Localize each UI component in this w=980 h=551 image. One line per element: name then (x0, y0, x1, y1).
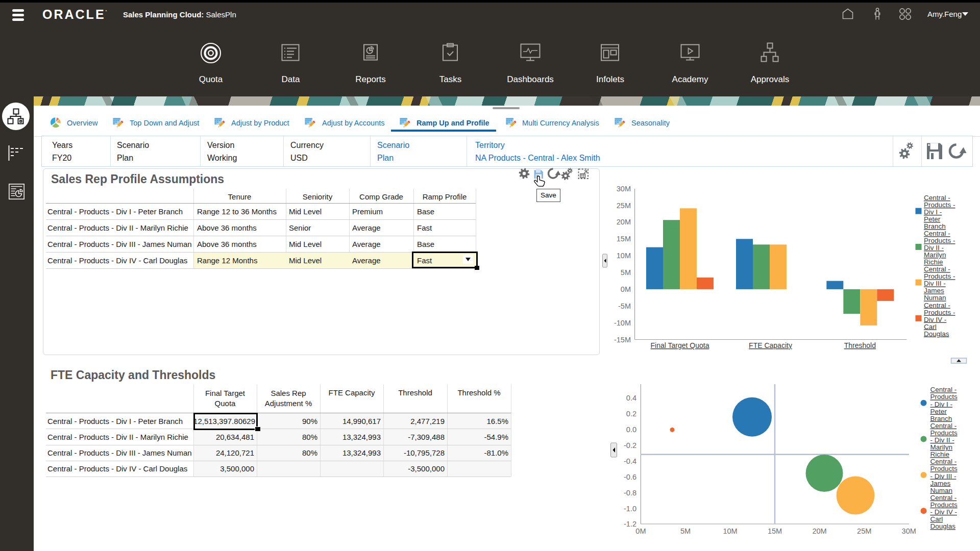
svg-text:-5M: -5M (618, 302, 631, 310)
svg-text:-0.2: -0.2 (624, 441, 636, 449)
svg-text:Div III -: Div III - (924, 280, 946, 287)
svg-text:Peter: Peter (930, 408, 947, 415)
svg-text:15M: 15M (617, 235, 631, 243)
svg-text:Products: Products (930, 393, 958, 400)
svg-text:Branch: Branch (930, 415, 952, 422)
svg-text:Richie: Richie (924, 258, 943, 266)
svg-text:Threshold: Threshold (844, 341, 876, 349)
svg-text:Central -: Central - (930, 458, 957, 465)
svg-text:Marilyn: Marilyn (924, 251, 946, 259)
svg-text:30M: 30M (617, 185, 631, 193)
svg-text:20M: 20M (812, 527, 826, 535)
svg-text:Products: Products (930, 501, 958, 509)
svg-text:Products -: Products - (924, 309, 955, 316)
svg-text:James: James (924, 287, 944, 294)
svg-text:Central -: Central - (930, 386, 957, 393)
svg-text:Products -: Products - (924, 201, 955, 209)
svg-text:5M: 5M (621, 268, 631, 277)
svg-text:0.2: 0.2 (626, 410, 636, 418)
svg-text:- Div II -: - Div II - (930, 436, 954, 444)
svg-text:-15M: -15M (614, 336, 631, 344)
svg-text:Div I -: Div I - (924, 208, 942, 216)
svg-text:5M: 5M (680, 527, 691, 535)
svg-text:25M: 25M (617, 202, 631, 210)
svg-text:Marilyn: Marilyn (930, 443, 952, 451)
svg-text:Products -: Products - (924, 237, 955, 244)
svg-text:-1.2: -1.2 (624, 520, 636, 528)
svg-text:Numan: Numan (930, 487, 952, 494)
svg-text:Douglas: Douglas (924, 330, 949, 338)
svg-text:Central -: Central - (924, 194, 950, 202)
svg-text:Final Target Quota: Final Target Quota (651, 341, 709, 349)
svg-text:30M: 30M (902, 527, 916, 535)
svg-text:Central -: Central - (924, 230, 950, 237)
svg-text:- Div III -: - Div III - (930, 472, 956, 480)
svg-text:Products: Products (930, 465, 958, 472)
svg-text:Richie: Richie (930, 450, 949, 458)
svg-text:FTE Capacity: FTE Capacity (749, 341, 792, 349)
svg-text:Branch: Branch (924, 222, 946, 230)
svg-text:Div IV -: Div IV - (924, 316, 946, 323)
svg-text:Central -: Central - (930, 422, 957, 430)
svg-text:Carl: Carl (924, 323, 937, 331)
svg-text:0M: 0M (635, 527, 646, 535)
svg-text:-1.0: -1.0 (624, 505, 636, 513)
svg-text:15M: 15M (768, 527, 782, 535)
svg-text:Central -: Central - (930, 494, 957, 502)
svg-text:0.4: 0.4 (626, 394, 636, 402)
svg-text:Douglas: Douglas (930, 522, 955, 530)
svg-text:-0.4: -0.4 (624, 457, 636, 465)
svg-text:Products: Products (930, 429, 958, 437)
svg-text:0M: 0M (621, 285, 631, 293)
svg-text:James: James (930, 480, 950, 487)
svg-text:10M: 10M (723, 527, 737, 535)
svg-text:Carl: Carl (930, 515, 943, 523)
svg-text:Products -: Products - (924, 272, 955, 280)
svg-text:-0.6: -0.6 (624, 473, 636, 481)
svg-text:Central -: Central - (924, 265, 950, 273)
svg-text:- Div IV -: - Div IV - (930, 508, 957, 516)
svg-text:Peter: Peter (924, 215, 941, 223)
svg-text:0.0: 0.0 (626, 425, 636, 434)
svg-text:20M: 20M (617, 218, 631, 226)
svg-text:Central -: Central - (924, 302, 950, 309)
svg-text:Numan: Numan (924, 294, 946, 302)
svg-text:- Div I -: - Div I - (930, 400, 952, 408)
svg-text:Div II -: Div II - (924, 244, 944, 252)
svg-text:-10M: -10M (614, 319, 631, 327)
svg-text:25M: 25M (857, 527, 871, 535)
svg-text:10M: 10M (617, 252, 631, 260)
svg-text:-0.8: -0.8 (624, 489, 636, 497)
